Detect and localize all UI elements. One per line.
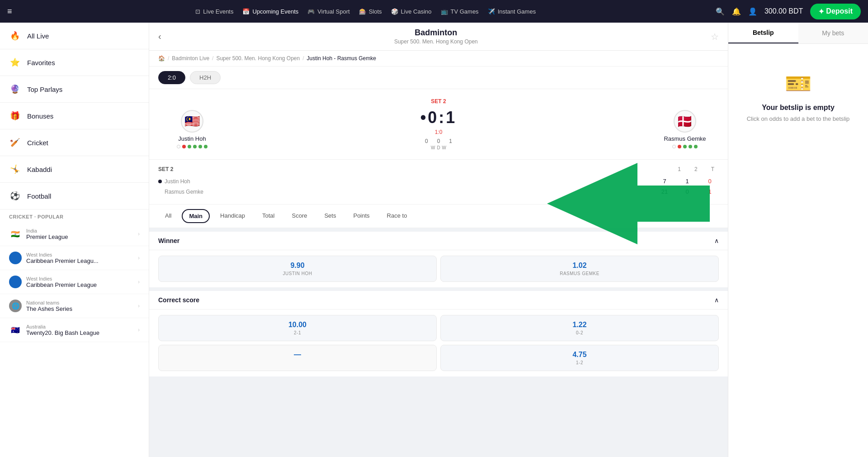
- row2-score-t: 1: [705, 188, 714, 195]
- live-casino-icon: 🎲: [391, 8, 398, 15]
- league-wi-cpl2[interactable]: West Indies Caribbean Premier League ›: [0, 270, 149, 294]
- national-country: National teams: [26, 300, 133, 305]
- upcoming-events-icon: 📅: [242, 8, 250, 15]
- sidebar-item-football[interactable]: ⚽ Football: [0, 183, 149, 209]
- nav-live-events[interactable]: ⊡ Live Events: [195, 8, 233, 15]
- kabaddi-icon: 🤸: [9, 163, 21, 175]
- col-t: T: [711, 166, 714, 172]
- correct-score-header[interactable]: Correct score ∧: [149, 291, 728, 309]
- sidebar-item-all-live[interactable]: 🔥 All Live: [0, 23, 149, 49]
- set-row-1: Justin Hoh 7 1 0: [158, 176, 719, 186]
- odds-cs-label-1: 2-1: [164, 330, 431, 335]
- betslip-empty-sub: Click on odds to add a bet to the betsli…: [747, 115, 850, 122]
- league-india-premier[interactable]: 🇮🇳 India Premier League ›: [0, 222, 149, 246]
- sidebar: 🔥 All Live ⭐ Favorites 🔮 Top Parlays 🎁 B…: [0, 23, 149, 457]
- dot-p2-4: [689, 145, 692, 148]
- main-layout: 🔥 All Live ⭐ Favorites 🔮 Top Parlays 🎁 B…: [0, 23, 868, 457]
- odds-cs-3: —: [164, 351, 431, 359]
- betslip-tab-betslip[interactable]: Betslip: [728, 23, 798, 43]
- home-icon[interactable]: 🏠: [158, 55, 165, 62]
- dot-p2-5: [694, 145, 698, 148]
- dot-p2-2: [678, 145, 681, 148]
- wi-league-name-1: Caribbean Premier Leagu...: [26, 257, 133, 264]
- favorite-button[interactable]: ☆: [711, 31, 719, 42]
- bet-tab-sets[interactable]: Sets: [317, 209, 343, 223]
- nav-icons: 🔍 🔔 👤 300.00 BDT ✦ Deposit: [716, 4, 861, 19]
- betting-tabs: All Main Handicap Total Score Sets Point…: [149, 205, 728, 228]
- australia-country: Australia: [26, 324, 133, 329]
- sidebar-item-kabaddi[interactable]: 🤸 Kabaddi: [0, 156, 149, 183]
- dot1: [177, 145, 180, 148]
- player1-area: 🇲🇾 Justin Hoh: [158, 110, 226, 148]
- row1-score-t: 0: [705, 178, 714, 185]
- top-nav: ≡ ⊡ Live Events 📅 Upcoming Events 🎮 Virt…: [0, 0, 868, 23]
- league-national-ashes[interactable]: 🌐 National teams The Ashes Series ›: [0, 294, 149, 318]
- odds-02[interactable]: 1.22 0-2: [440, 315, 719, 341]
- favorites-label: Favorites: [27, 59, 140, 67]
- sidebar-item-cricket[interactable]: 🏏 Cricket: [0, 129, 149, 156]
- breadcrumb-live[interactable]: Badminton Live: [172, 55, 209, 62]
- winner-section: Winner ∧ 9.90 JUSTIN HOH 1.02 RASMUS GEM…: [149, 232, 728, 287]
- parlays-icon: 🔮: [9, 83, 21, 95]
- set-table: SET 2 1 2 T Justin Hoh 7 1 0 Rasmus Gemk…: [149, 160, 728, 205]
- nav-slots[interactable]: 🎰 Slots: [359, 8, 382, 15]
- odds-12[interactable]: 4.75 1-2: [440, 345, 719, 371]
- nav-upcoming-events[interactable]: 📅 Upcoming Events: [242, 8, 298, 15]
- player1-dots: [177, 145, 208, 148]
- bet-tab-main[interactable]: Main: [182, 209, 210, 223]
- league-wi-cpl1[interactable]: West Indies Caribbean Premier Leagu... ›: [0, 246, 149, 270]
- menu-icon[interactable]: ≡: [7, 7, 12, 16]
- player2-area: 🇩🇰 Rasmus Gemke: [651, 110, 719, 148]
- betslip-empty-title: Your betslip is empty: [762, 104, 835, 112]
- deposit-button[interactable]: ✦ Deposit: [810, 4, 861, 19]
- bbl-league-name: Twenty20. Big Bash League: [26, 329, 133, 336]
- set-player-2: Rasmus Gemke: [165, 189, 660, 195]
- bet-tab-all[interactable]: All: [158, 209, 178, 223]
- winner-header[interactable]: Winner ∧: [149, 232, 728, 250]
- odds-rasmus-gemke[interactable]: 1.02 RASMUS GEMKE: [440, 256, 719, 282]
- back-button[interactable]: ‹: [158, 31, 161, 42]
- odds-21[interactable]: 10.00 2-1: [158, 315, 437, 341]
- odds-justin-hoh[interactable]: 9.90 JUSTIN HOH: [158, 256, 437, 282]
- match-title: Badminton: [161, 28, 711, 38]
- bet-tab-race-to[interactable]: Race to: [380, 209, 414, 223]
- india-flag: 🇮🇳: [9, 228, 22, 240]
- bonuses-label: Bonuses: [27, 112, 140, 120]
- ashes-league-name: The Ashes Series: [26, 305, 133, 312]
- score-sub: 1:0: [420, 129, 457, 135]
- bet-tab-score[interactable]: Score: [285, 209, 314, 223]
- score-tab-h2h[interactable]: H2H: [190, 71, 221, 84]
- sidebar-item-top-parlays[interactable]: 🔮 Top Parlays: [0, 76, 149, 103]
- nav-instant-games[interactable]: ✈️ Instant Games: [488, 8, 536, 15]
- dot5: [198, 145, 202, 148]
- betslip-tab-mybets[interactable]: My bets: [798, 23, 868, 43]
- nav-tv-games[interactable]: 📺 TV Games: [441, 8, 479, 15]
- bet-tab-handicap[interactable]: Handicap: [213, 209, 252, 223]
- arrow-icon-4: ›: [138, 303, 140, 309]
- row2-score1: 21: [660, 188, 669, 195]
- dot-p2-1: [672, 145, 676, 148]
- betslip-empty-state: 🎫 Your betslip is empty Click on odds to…: [728, 44, 868, 149]
- bell-icon[interactable]: 🔔: [732, 7, 741, 16]
- odds-value-2: 1.02: [446, 262, 713, 270]
- instant-games-label: Instant Games: [498, 8, 536, 15]
- bet-tab-total[interactable]: Total: [255, 209, 281, 223]
- sidebar-item-bonuses[interactable]: 🎁 Bonuses: [0, 103, 149, 129]
- bet-tab-points[interactable]: Points: [346, 209, 376, 223]
- score-tab-score[interactable]: 2:0: [158, 71, 185, 84]
- odds-cs-label-4: 1-2: [446, 360, 713, 365]
- score-wdw: W D W: [420, 145, 457, 150]
- search-icon[interactable]: 🔍: [716, 7, 725, 16]
- all-live-label: All Live: [27, 32, 140, 40]
- nav-virtual-sport[interactable]: 🎮 Virtual Sport: [307, 8, 349, 15]
- breadcrumb-event[interactable]: Super 500. Men. Hong Kong Open: [216, 55, 300, 62]
- odds-cs-2: 1.22: [446, 321, 713, 329]
- star-icon: ⭐: [9, 57, 21, 68]
- collapse-icon-2: ∧: [714, 296, 719, 304]
- nav-live-casino[interactable]: 🎲 Live Casino: [391, 8, 432, 15]
- virtual-sport-icon: 🎮: [307, 8, 315, 15]
- sidebar-item-favorites[interactable]: ⭐ Favorites: [0, 49, 149, 76]
- odds-label-1: JUSTIN HOH: [164, 271, 431, 276]
- league-australia-bbl[interactable]: 🇦🇺 Australia Twenty20. Big Bash League ›: [0, 318, 149, 342]
- user-icon[interactable]: 👤: [748, 7, 757, 16]
